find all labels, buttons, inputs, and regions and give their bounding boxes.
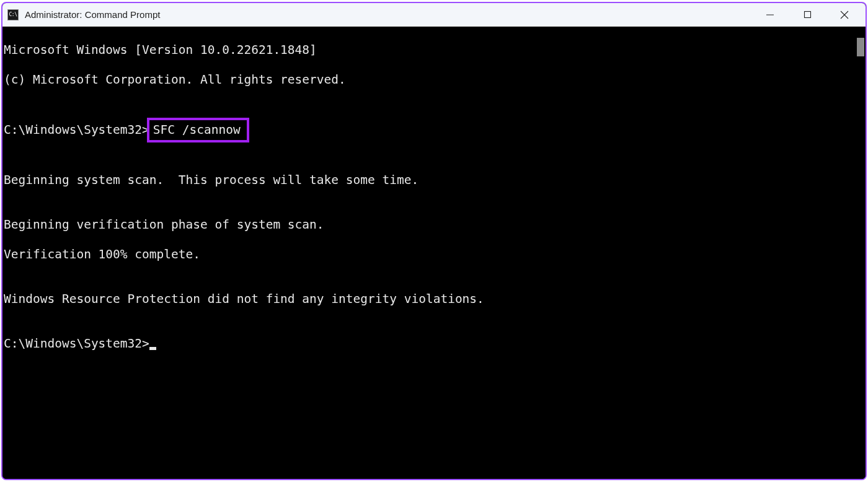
- maximize-button[interactable]: [789, 4, 826, 25]
- output-line-version: Microsoft Windows [Version 10.0.22621.18…: [4, 43, 856, 58]
- cmd-app-icon: C:\: [7, 9, 19, 20]
- output-line-begin-scan: Beginning system scan. This process will…: [4, 173, 856, 188]
- terminal-output[interactable]: Microsoft Windows [Version 10.0.22621.18…: [2, 27, 856, 479]
- cmd-icon-label: C:\: [9, 12, 17, 17]
- titlebar[interactable]: C:\ Administrator: Command Prompt: [2, 3, 866, 27]
- output-line-copyright: (c) Microsoft Corporation. All rights re…: [4, 72, 856, 87]
- close-button[interactable]: [826, 4, 863, 25]
- terminal-body[interactable]: Microsoft Windows [Version 10.0.22621.18…: [2, 27, 866, 479]
- prompt-path: C:\Windows\System32>: [4, 123, 149, 138]
- scrollbar-track[interactable]: [856, 27, 866, 479]
- minimize-button[interactable]: [751, 4, 789, 25]
- output-line-begin-verify: Beginning verification phase of system s…: [4, 217, 856, 232]
- prompt-line-1: C:\Windows\System32>SFC /scannow: [4, 117, 856, 143]
- scrollbar-thumb[interactable]: [857, 38, 864, 56]
- command-prompt-window: C:\ Administrator: Command Prompt: [1, 2, 867, 480]
- command-highlight-box: SFC /scannow: [147, 118, 249, 142]
- maximize-icon: [804, 11, 812, 19]
- prompt-path: C:\Windows\System32>: [4, 336, 149, 351]
- entered-command: SFC /scannow: [153, 123, 241, 137]
- output-line-result: Windows Resource Protection did not find…: [4, 292, 856, 307]
- close-icon: [840, 11, 849, 19]
- svg-rect-1: [804, 12, 810, 18]
- window-controls: [751, 4, 863, 25]
- minimize-icon: [766, 11, 774, 19]
- prompt-line-2: C:\Windows\System32>: [4, 336, 856, 351]
- text-cursor: [149, 347, 156, 350]
- window-title: Administrator: Command Prompt: [25, 9, 751, 20]
- output-line-verify-complete: Verification 100% complete.: [4, 247, 856, 262]
